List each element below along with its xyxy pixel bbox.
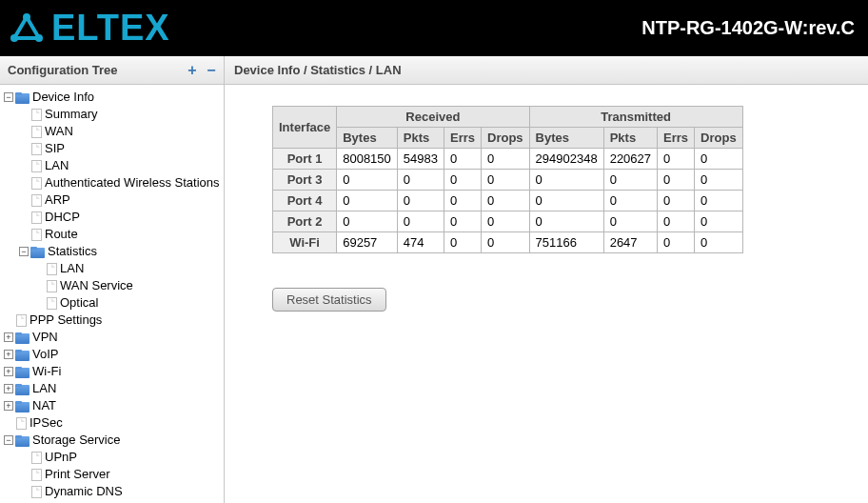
iface-cell: Port 4 xyxy=(273,191,337,211)
collapse-all-button[interactable]: − xyxy=(205,64,218,77)
tx-errs-header: Errs xyxy=(658,128,695,149)
folder-icon xyxy=(30,248,45,258)
value-cell: 0 xyxy=(529,191,603,211)
value-cell: 0 xyxy=(695,170,743,191)
brand-text: ELTEX xyxy=(51,8,170,49)
value-cell: 0 xyxy=(444,211,481,232)
tree-node-label: ARP xyxy=(45,191,70,209)
collapse-icon[interactable]: − xyxy=(4,92,13,102)
tree-node-label: IPSec xyxy=(30,414,63,432)
tree-node-label: Summary xyxy=(45,106,98,123)
rx-errs-header: Errs xyxy=(444,128,481,149)
table-row: Port 200000000 xyxy=(273,211,743,232)
tree-node-voip[interactable]: +VoIP xyxy=(4,346,224,363)
rx-pkts-header: Pkts xyxy=(397,128,444,149)
col-group-received: Received xyxy=(337,107,529,128)
value-cell: 0 xyxy=(529,170,603,191)
tree-node-lan[interactable]: +LAN xyxy=(4,380,224,397)
expand-icon[interactable]: + xyxy=(4,332,13,342)
value-cell: 0 xyxy=(482,191,530,211)
table-row: Wi-Fi6925747400751166264700 xyxy=(273,232,743,253)
value-cell: 0 xyxy=(658,211,695,232)
tree-node-label: DHCP xyxy=(45,209,80,226)
value-cell: 69257 xyxy=(337,232,398,253)
tree-node-label: VoIP xyxy=(32,346,58,363)
value-cell: 0 xyxy=(529,211,603,232)
tree-node-label: Statistics xyxy=(48,243,97,260)
iface-cell: Wi-Fi xyxy=(273,232,337,253)
folder-icon xyxy=(15,402,30,412)
tree-node-print-server[interactable]: Print Server xyxy=(19,466,224,483)
tree-node-route[interactable]: Route xyxy=(19,226,224,243)
main-panel: Device Info / Statistics / LAN Interface… xyxy=(225,56,868,503)
collapse-icon[interactable]: − xyxy=(4,435,13,445)
expand-icon[interactable]: + xyxy=(4,367,13,376)
value-cell: 474 xyxy=(397,232,444,253)
tree-node-label: Wi-Fi xyxy=(32,363,61,380)
tree-node-device-info[interactable]: −Device Info xyxy=(4,89,224,106)
value-cell: 0 xyxy=(444,170,481,191)
folder-icon xyxy=(15,385,30,395)
expand-icon[interactable]: + xyxy=(4,384,13,393)
tree-node-label: Authenticated Wireless Stations xyxy=(45,174,220,191)
page-icon xyxy=(31,126,42,138)
page-icon xyxy=(31,177,42,190)
value-cell: 0 xyxy=(695,191,743,211)
tree-node-label: NAT xyxy=(32,397,56,414)
page-icon xyxy=(31,143,42,155)
tree-node-upnp[interactable]: UPnP xyxy=(19,449,224,466)
sidebar-header: Configuration Tree + − xyxy=(0,56,224,85)
tree-node-ipsec[interactable]: IPSec xyxy=(4,414,224,432)
value-cell: 0 xyxy=(444,232,481,253)
tree-node-summary[interactable]: Summary xyxy=(19,106,224,123)
tree-node-lan[interactable]: LAN xyxy=(34,260,224,277)
expand-icon[interactable]: + xyxy=(4,350,13,359)
breadcrumb: Device Info / Statistics / LAN xyxy=(225,56,868,85)
value-cell: 2647 xyxy=(603,232,657,253)
page-icon xyxy=(31,160,42,172)
tree-children: UPnPPrint ServerDynamic DNS xyxy=(4,449,224,500)
value-cell: 0 xyxy=(482,149,530,170)
tree-node-wan[interactable]: WAN xyxy=(19,123,224,140)
tree-node-ppp-settings[interactable]: PPP Settings xyxy=(4,312,224,329)
expand-all-button[interactable]: + xyxy=(186,64,199,77)
rx-drops-header: Drops xyxy=(482,128,530,149)
iface-cell: Port 3 xyxy=(273,170,337,191)
tree-node-storage-service[interactable]: −Storage Service xyxy=(4,432,224,449)
page-icon xyxy=(16,417,27,430)
eltex-logo-icon xyxy=(8,11,46,46)
page-icon xyxy=(31,194,42,207)
expand-icon[interactable]: + xyxy=(4,401,13,411)
tree-node-wi-fi[interactable]: +Wi-Fi xyxy=(4,363,224,380)
page-icon xyxy=(47,280,57,292)
value-cell: 0 xyxy=(337,191,398,211)
value-cell: 0 xyxy=(397,191,444,211)
page-icon xyxy=(47,263,57,275)
tree-children: LANWAN ServiceOptical xyxy=(19,260,224,312)
tree-node-vpn[interactable]: +VPN xyxy=(4,329,224,346)
tree-node-dhcp[interactable]: DHCP xyxy=(19,209,224,226)
tree-node-label: WAN Service xyxy=(60,277,133,294)
tree-node-arp[interactable]: ARP xyxy=(19,191,224,209)
tree-node-optical[interactable]: Optical xyxy=(34,294,224,312)
config-tree: −Device InfoSummaryWANSIPLANAuthenticate… xyxy=(0,85,224,503)
table-row: Port 300000000 xyxy=(273,170,743,191)
tx-drops-header: Drops xyxy=(695,128,743,149)
page-icon xyxy=(31,109,42,121)
value-cell: 0 xyxy=(482,170,530,191)
reset-statistics-button[interactable]: Reset Statistics xyxy=(272,288,386,312)
tree-node-statistics[interactable]: −Statistics xyxy=(19,243,224,260)
page-icon xyxy=(31,211,42,224)
tree-node-sip[interactable]: SIP xyxy=(19,140,224,157)
tree-node-label: VPN xyxy=(32,329,58,346)
value-cell: 0 xyxy=(482,211,530,232)
tree-node-lan[interactable]: LAN xyxy=(19,157,224,174)
value-cell: 0 xyxy=(695,149,743,170)
tree-node-wan-service[interactable]: WAN Service xyxy=(34,277,224,294)
tree-node-nat[interactable]: +NAT xyxy=(4,397,224,414)
collapse-icon[interactable]: − xyxy=(19,247,29,256)
tree-node-dynamic-dns[interactable]: Dynamic DNS xyxy=(19,483,224,500)
tree-node-authenticated-wireless-stations[interactable]: Authenticated Wireless Stations xyxy=(19,174,224,191)
value-cell: 0 xyxy=(482,232,530,253)
page-icon xyxy=(47,297,57,310)
